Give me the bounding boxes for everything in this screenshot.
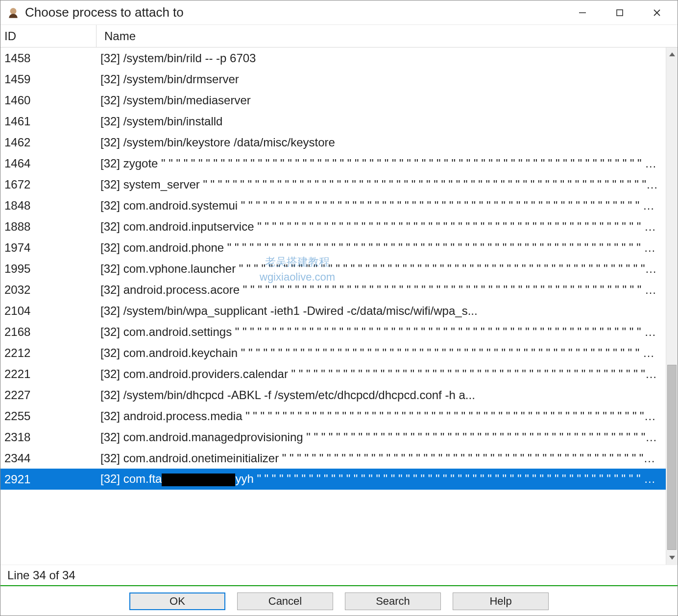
table-row[interactable]: 1995[32] com.vphone.launcher " " " " " "…: [0, 258, 666, 279]
cell-name: [32] com.android.phone " " " " " " " " "…: [97, 241, 666, 255]
table-row[interactable]: 1460[32] /system/bin/mediaserver: [0, 90, 666, 111]
cell-id: 2032: [0, 283, 97, 297]
process-attach-dialog: Choose process to attach to ID Name 1458…: [0, 0, 678, 616]
table-row[interactable]: 2255[32] android.process.media " " " " "…: [0, 405, 666, 426]
table-row[interactable]: 1672[32] system_server " " " " " " " " "…: [0, 174, 666, 195]
table-row[interactable]: 1462[32] /system/bin/keystore /data/misc…: [0, 132, 666, 153]
scroll-track[interactable]: [666, 61, 678, 551]
cell-id: 1460: [0, 94, 97, 107]
table-row[interactable]: 1461[32] /system/bin/installd: [0, 111, 666, 132]
redacted-segment: [162, 474, 235, 486]
help-button[interactable]: Help: [453, 592, 549, 610]
column-header-id[interactable]: ID: [0, 25, 97, 47]
cell-id: 1848: [0, 199, 97, 213]
cell-name: [32] com.android.managedprovisioning " "…: [97, 430, 666, 444]
button-bar: OK Cancel Search Help: [0, 586, 678, 616]
table-row[interactable]: 2227[32] /system/bin/dhcpcd -ABKL -f /sy…: [0, 384, 666, 405]
cell-name: [32] system_server " " " " " " " " " " "…: [97, 178, 666, 191]
cell-id: 2168: [0, 325, 97, 339]
process-list[interactable]: 1458[32] /system/bin/rild -- -p 67031459…: [0, 47, 666, 565]
scroll-down-icon[interactable]: [666, 551, 678, 565]
column-headers: ID Name: [0, 25, 678, 47]
cell-name: [32] com.android.keychain " " " " " " " …: [97, 346, 666, 360]
cell-id: 2318: [0, 430, 97, 444]
cell-name: [32] /system/bin/drmserver: [97, 72, 666, 86]
table-row[interactable]: 2921[32] com.ftayyh " " " " " " " " " " …: [0, 469, 666, 490]
table-row[interactable]: 1848[32] com.android.systemui " " " " " …: [0, 195, 666, 216]
table-row[interactable]: 2344[32] com.android.onetimeinitializer …: [0, 448, 666, 469]
maximize-button[interactable]: [601, 0, 638, 24]
table-row[interactable]: 2168[32] com.android.settings " " " " " …: [0, 321, 666, 342]
table-row[interactable]: 2032[32] android.process.acore " " " " "…: [0, 279, 666, 300]
status-bar: Line 34 of 34: [0, 565, 678, 586]
table-row[interactable]: 2221[32] com.android.providers.calendar …: [0, 363, 666, 384]
cell-id: 2344: [0, 451, 97, 465]
scroll-thumb[interactable]: [667, 365, 677, 550]
cancel-button[interactable]: Cancel: [237, 592, 333, 610]
cell-name: [32] /system/bin/keystore /data/misc/key…: [97, 136, 666, 149]
cell-id: 1462: [0, 136, 97, 149]
table-row[interactable]: 1464[32] zygote " " " " " " " " " " " " …: [0, 153, 666, 174]
cell-id: 1672: [0, 178, 97, 191]
cell-name: [32] zygote " " " " " " " " " " " " " " …: [97, 157, 666, 170]
cell-id: 2921: [0, 473, 97, 486]
svg-point-0: [10, 8, 17, 14]
cell-id: 2212: [0, 346, 97, 360]
cell-name: [32] android.process.media " " " " " " "…: [97, 409, 666, 423]
table-row[interactable]: 1974[32] com.android.phone " " " " " " "…: [0, 237, 666, 258]
table-row[interactable]: 1458[32] /system/bin/rild -- -p 6703: [0, 47, 666, 69]
app-icon: [6, 6, 20, 20]
svg-marker-5: [669, 52, 675, 56]
table-row[interactable]: 1888[32] com.android.inputservice " " " …: [0, 216, 666, 237]
cell-name: [32] /system/bin/dhcpcd -ABKL -f /system…: [97, 388, 666, 402]
cell-name: [32] com.android.systemui " " " " " " " …: [97, 199, 666, 213]
cell-id: 1461: [0, 115, 97, 128]
cell-name: [32] com.android.onetimeinitializer " " …: [97, 451, 666, 465]
minimize-button[interactable]: [564, 0, 601, 24]
cell-name: [32] com.android.inputservice " " " " " …: [97, 220, 666, 234]
cell-name: [32] /system/bin/wpa_supplicant -ieth1 -…: [97, 304, 666, 318]
window-title: Choose process to attach to: [25, 5, 564, 20]
cell-name: [32] /system/bin/mediaserver: [97, 94, 666, 107]
cell-id: 1888: [0, 220, 97, 234]
table-row[interactable]: 2318[32] com.android.managedprovisioning…: [0, 426, 666, 448]
scroll-up-icon[interactable]: [666, 47, 678, 61]
cell-name: [32] android.process.acore " " " " " " "…: [97, 283, 666, 297]
cell-id: 1464: [0, 157, 97, 170]
cell-id: 2255: [0, 409, 97, 423]
window-controls: [564, 0, 676, 24]
cell-name: [32] com.android.providers.calendar " " …: [97, 367, 666, 381]
titlebar: Choose process to attach to: [0, 0, 678, 25]
table-row[interactable]: 2212[32] com.android.keychain " " " " " …: [0, 342, 666, 363]
cell-name: [32] com.android.settings " " " " " " " …: [97, 325, 666, 339]
table-row[interactable]: 2104[32] /system/bin/wpa_supplicant -iet…: [0, 300, 666, 321]
cell-id: 1459: [0, 72, 97, 86]
cell-id: 1995: [0, 262, 97, 276]
cell-id: 1974: [0, 241, 97, 255]
svg-rect-2: [617, 10, 623, 16]
cell-id: 2104: [0, 304, 97, 318]
cell-name: [32] /system/bin/rild -- -p 6703: [97, 51, 666, 65]
ok-button[interactable]: OK: [129, 592, 225, 610]
cell-name: [32] com.vphone.launcher " " " " " " " "…: [97, 262, 666, 276]
cell-name: [32] /system/bin/installd: [97, 115, 666, 128]
column-header-name[interactable]: Name: [97, 25, 678, 47]
table-row[interactable]: 1459[32] /system/bin/drmserver: [0, 69, 666, 90]
cell-id: 2221: [0, 367, 97, 381]
cell-id: 1458: [0, 51, 97, 65]
svg-marker-6: [669, 556, 675, 560]
close-button[interactable]: [638, 0, 676, 24]
cell-name: [32] com.ftayyh " " " " " " " " " " " " …: [97, 472, 666, 486]
cell-id: 2227: [0, 388, 97, 402]
search-button[interactable]: Search: [345, 592, 441, 610]
vertical-scrollbar[interactable]: [666, 47, 678, 565]
